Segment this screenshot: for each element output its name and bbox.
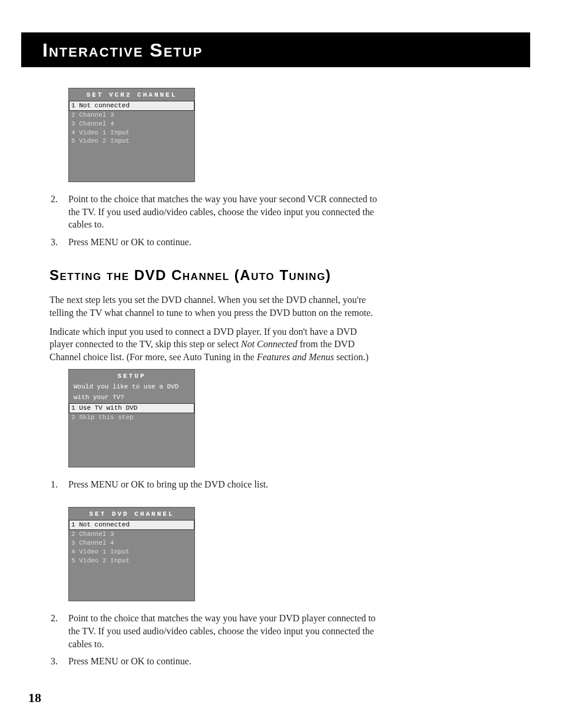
- page-title: Interactive Setup: [42, 39, 518, 61]
- osd-prompt: Would you like to use a DVD: [69, 382, 194, 393]
- osd-prompt: with your TV?: [69, 393, 194, 403]
- step-list: 2. Point to the choice that matches the …: [49, 193, 427, 248]
- osd-item: 1 Not connected: [69, 101, 194, 111]
- osd-item: 2 Channel 3: [69, 530, 194, 539]
- step-text: Press MENU or OK to bring up the DVD cho…: [68, 478, 378, 491]
- osd-item: 3 Channel 4: [69, 539, 194, 548]
- osd-item: 5 Video 2 Input: [69, 137, 194, 146]
- step-text: Point to the choice that matches the way…: [68, 193, 378, 231]
- step-number: 2.: [49, 193, 68, 231]
- step-item: 1. Press MENU or OK to bring up the DVD …: [49, 478, 427, 491]
- header-bar: Interactive Setup: [21, 32, 530, 67]
- osd-item: 4 Video 1 Input: [69, 548, 194, 556]
- osd-item: 1 Not connected: [69, 520, 194, 530]
- osd-title: SET DVD CHANNEL: [69, 508, 194, 520]
- osd-item: 3 Channel 4: [69, 120, 194, 129]
- step-text: Press MENU or OK to continue.: [68, 655, 378, 668]
- step-number: 3.: [49, 236, 68, 249]
- osd-dvd-channel: SET DVD CHANNEL 1 Not connected 2 Channe…: [68, 507, 195, 601]
- step-item: 3. Press MENU or OK to continue.: [49, 236, 427, 249]
- osd-item: 1 Use TV with DVD: [69, 403, 194, 413]
- step-text: Press MENU or OK to continue.: [68, 236, 378, 249]
- step-text: Point to the choice that matches the way…: [68, 612, 378, 650]
- body-paragraph: The next step lets you set the DVD chann…: [49, 294, 379, 319]
- body-paragraph: Indicate which input you used to connect…: [49, 325, 379, 364]
- step-list: 2. Point to the choice that matches the …: [49, 612, 427, 667]
- step-number: 1.: [49, 478, 68, 491]
- osd-vcr2-channel: SET VCR2 CHANNEL 1 Not connected 2 Chann…: [68, 88, 195, 182]
- step-number: 3.: [49, 655, 68, 668]
- osd-title: SETUP: [69, 370, 194, 382]
- content-area: SET VCR2 CHANNEL 1 Not connected 2 Chann…: [49, 88, 427, 668]
- step-number: 2.: [49, 612, 68, 650]
- osd-item: 4 Video 1 Input: [69, 129, 194, 137]
- step-item: 2. Point to the choice that matches the …: [49, 193, 427, 231]
- step-item: 3. Press MENU or OK to continue.: [49, 655, 427, 668]
- step-item: 2. Point to the choice that matches the …: [49, 612, 427, 650]
- osd-title: SET VCR2 CHANNEL: [69, 88, 194, 101]
- osd-item: 2 Skip this step: [69, 413, 194, 422]
- osd-setup: SETUP Would you like to use a DVD with y…: [68, 369, 195, 467]
- step-list: 1. Press MENU or OK to bring up the DVD …: [49, 478, 427, 491]
- osd-item: 2 Channel 3: [69, 111, 194, 120]
- osd-item: 5 Video 2 Input: [69, 556, 194, 565]
- section-heading: Setting the DVD Channel (Auto Tuning): [49, 265, 427, 286]
- page-number: 18: [28, 690, 41, 706]
